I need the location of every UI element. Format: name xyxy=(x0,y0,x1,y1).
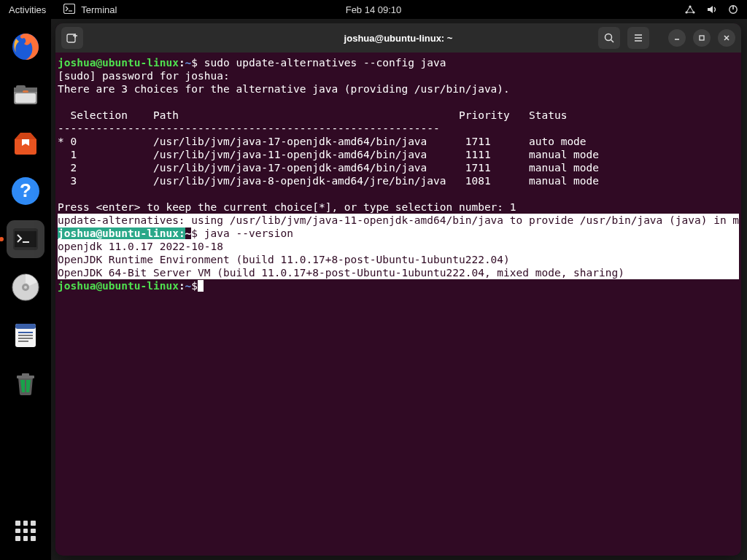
window-title: joshua@ubuntu-linux: ~ xyxy=(344,33,453,44)
terminal-small-icon xyxy=(63,4,75,16)
topbar-left: Activities Terminal xyxy=(9,4,117,16)
topbar-right xyxy=(684,4,738,15)
svg-rect-16 xyxy=(15,231,36,247)
svg-rect-24 xyxy=(18,332,33,333)
topbar-app[interactable]: Terminal xyxy=(63,4,117,16)
dock-disks[interactable] xyxy=(7,268,44,306)
prompt-colon-hl: : xyxy=(179,228,185,239)
volume-icon[interactable] xyxy=(706,4,718,15)
svg-line-34 xyxy=(611,40,614,43)
svg-point-21 xyxy=(24,286,27,289)
output-update-alt: update-alternatives: using /usr/lib/jvm/… xyxy=(58,214,741,226)
topbar-app-label: Terminal xyxy=(81,4,117,15)
output-version-3: OpenJDK 64-Bit Server VM (build 11.0.17+… xyxy=(58,267,624,279)
svg-rect-39 xyxy=(700,36,704,40)
svg-text:?: ? xyxy=(20,179,31,201)
output-press-enter: Press <enter> to keep the current choice… xyxy=(58,201,516,213)
new-tab-button[interactable] xyxy=(61,27,83,49)
terminal-window: joshua@ubuntu-linux: ~ joshua@ubuntu-lin… xyxy=(55,23,741,556)
prompt-dollar: $ xyxy=(191,280,198,292)
output-version-2: OpenJDK Runtime Environment (build 11.0.… xyxy=(58,254,510,265)
activities-button[interactable]: Activities xyxy=(9,4,46,15)
dock: ? xyxy=(0,19,51,560)
maximize-button[interactable] xyxy=(693,29,711,47)
highlighted-output: update-alternatives: using /usr/lib/jvm/… xyxy=(58,214,739,279)
svg-rect-25 xyxy=(18,335,33,336)
prompt-user-hl: joshua@ubuntu-linux xyxy=(58,228,179,239)
close-button[interactable] xyxy=(718,29,735,47)
prompt-user: joshua@ubuntu-linux xyxy=(58,57,179,69)
prompt-user: joshua@ubuntu-linux xyxy=(58,280,179,292)
output-version-1: openjdk 11.0.17 2022-10-18 xyxy=(58,241,223,252)
network-icon[interactable] xyxy=(684,4,696,15)
power-icon[interactable] xyxy=(728,4,738,15)
table-row: 1 /usr/lib/jvm/java-11-openjdk-amd64/bin… xyxy=(58,149,599,160)
prompt-colon: : xyxy=(179,280,185,292)
table-row: 3 /usr/lib/jvm/java-8-openjdk-amd64/jre/… xyxy=(58,175,599,187)
svg-rect-23 xyxy=(15,324,36,329)
dock-help[interactable]: ? xyxy=(7,172,44,210)
dock-software[interactable] xyxy=(7,124,44,162)
table-divider: ----------------------------------------… xyxy=(58,122,440,134)
cmd-2: java --version xyxy=(198,228,293,239)
cmd-1: sudo update-alternatives --config java xyxy=(198,57,446,69)
dock-trash[interactable] xyxy=(7,365,44,402)
dock-firefox[interactable] xyxy=(7,28,44,66)
prompt-dollar: $ xyxy=(191,57,198,69)
topbar-datetime[interactable]: Feb 14 09:10 xyxy=(346,4,402,15)
output-sudo: [sudo] password for joshua: xyxy=(58,70,230,82)
svg-rect-10 xyxy=(16,85,26,89)
svg-point-33 xyxy=(605,34,612,41)
table-row: * 0 /usr/lib/jvm/java-17-openjdk-amd64/b… xyxy=(58,136,587,147)
prompt-dollar-hl: $ xyxy=(191,228,198,239)
svg-rect-29 xyxy=(22,373,29,376)
search-button[interactable] xyxy=(598,27,620,49)
prompt-colon: : xyxy=(179,57,185,69)
terminal-body[interactable]: joshua@ubuntu-linux:~$ sudo update-alter… xyxy=(55,52,741,556)
top-bar: Activities Terminal Feb 14 09:10 xyxy=(0,0,747,19)
table-header: Selection Path Priority Status xyxy=(58,109,567,121)
output-choices: There are 3 choices for the alternative … xyxy=(58,83,510,95)
cursor xyxy=(198,280,204,292)
svg-rect-12 xyxy=(23,90,28,93)
hamburger-menu-button[interactable] xyxy=(627,27,649,49)
table-row: 2 /usr/lib/jvm/java-17-openjdk-amd64/bin… xyxy=(58,162,599,174)
show-applications[interactable] xyxy=(7,512,44,550)
titlebar: joshua@ubuntu-linux: ~ xyxy=(55,23,741,52)
svg-rect-0 xyxy=(64,4,75,13)
dock-files[interactable] xyxy=(7,76,44,114)
svg-rect-11 xyxy=(15,93,36,103)
dock-text-editor[interactable] xyxy=(7,316,44,354)
minimize-button[interactable] xyxy=(668,29,686,47)
svg-rect-27 xyxy=(18,341,28,342)
dock-terminal[interactable] xyxy=(7,220,44,258)
svg-rect-26 xyxy=(18,338,33,339)
